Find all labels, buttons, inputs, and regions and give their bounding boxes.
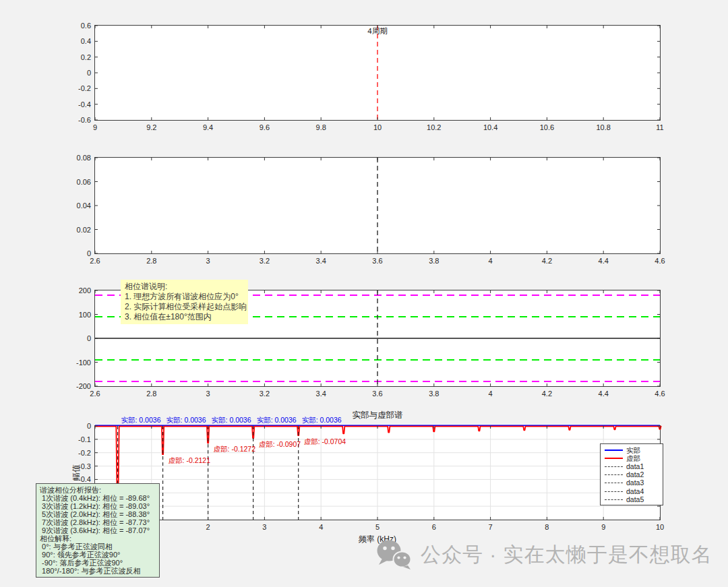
- x-tick-label: 3.2: [247, 390, 281, 398]
- report-line: 9次谐波 (3.6kHz): 相位 = -87.07°: [40, 526, 156, 534]
- legend-label: data2: [626, 471, 644, 478]
- legend-line-sample: [605, 474, 623, 475]
- report-line: 0°: 与参考正弦波同相: [40, 543, 156, 551]
- y-tick-label: -0.1: [57, 435, 91, 443]
- phase-note-line: 3. 相位值在±180°范围内: [125, 312, 244, 322]
- report-line: 90°: 领先参考正弦波90°: [40, 551, 156, 559]
- legend-line-sample: [605, 450, 623, 451]
- y-tick-label: 0.4: [57, 37, 91, 45]
- x-tick-label: 6: [417, 523, 451, 531]
- imag-part-label: 虚部: -0.2121: [169, 456, 210, 464]
- real-part-label: 实部: 0.0036: [166, 416, 206, 424]
- y-tick-label: -0.2: [57, 84, 91, 92]
- legend-label: data1: [626, 463, 644, 470]
- x-tick-label: 3.4: [304, 257, 338, 265]
- legend-item: data5: [605, 495, 663, 503]
- imag-part-label: 虚部: -0.0907: [259, 440, 301, 448]
- x-tick-label: 3.4: [304, 390, 338, 398]
- imag-part-label: 虚部: -0.0704: [304, 437, 346, 445]
- x-tick-label: 2: [191, 523, 225, 531]
- x-tick-label: 8: [530, 523, 564, 531]
- x-tick-label: 4.2: [530, 257, 564, 265]
- legend-line-sample: [605, 466, 623, 467]
- harmonic-report-box: 谐波相位分析报告: 1次谐波 (0.4kHz): 相位 = -89.68° 3次…: [36, 483, 160, 578]
- phase-note-line: 相位谱说明:: [125, 282, 244, 292]
- real-part-label: 实部: 0.0036: [121, 416, 161, 424]
- legend-item: data2: [605, 471, 663, 479]
- legend-item: data3: [605, 479, 663, 487]
- x-tick-label: 2.8: [135, 257, 169, 265]
- x-tick-label: 4.4: [586, 390, 620, 398]
- real-part-label: 实部: 0.0036: [257, 416, 297, 424]
- x-tick-label: 3: [247, 523, 281, 531]
- x-tick-label: 2.8: [135, 390, 169, 398]
- x-tick-label: 4: [474, 390, 508, 398]
- legend-label: 实部: [626, 447, 640, 454]
- report-line: 相位解释:: [40, 534, 156, 543]
- watermark-text: 公众号 · 实在太懒于是不想取名: [421, 541, 712, 569]
- phase-note-box: 相位谱说明:1. 理想方波所有谐波相位应为0°2. 实际计算相位受采样起始点影响…: [121, 280, 248, 324]
- y-tick-label: 0.06: [57, 178, 91, 186]
- wechat-icon: [376, 539, 414, 570]
- y-tick-label: 200: [57, 286, 91, 295]
- x-tick-label: 10.2: [417, 123, 451, 131]
- x-tick-label: 5: [361, 523, 394, 531]
- x-tick-label: 9: [78, 123, 112, 131]
- y-tick-label: 0.6: [57, 22, 91, 30]
- real-part-label: 实部: 0.0036: [302, 416, 342, 424]
- report-line: 3次谐波 (1.2kHz): 相位 = -89.03°: [40, 502, 156, 510]
- x-tick-label: 4.4: [586, 257, 620, 265]
- x-tick-label: 10: [643, 523, 677, 531]
- legend-line-sample: [605, 491, 623, 492]
- y-tick-label: 0: [57, 334, 91, 342]
- legend-label: data4: [626, 488, 644, 495]
- x-tick-label: 11: [643, 123, 677, 131]
- x-tick-label: 9.2: [135, 123, 169, 131]
- legend-line-sample: [605, 499, 623, 500]
- x-tick-label: 3.8: [417, 257, 451, 265]
- x-tick-label: 9.6: [247, 123, 281, 131]
- y-tick-label: -0.6: [57, 116, 91, 124]
- x-tick-label: 10.6: [530, 123, 564, 131]
- report-line: 5次谐波 (2.0kHz): 相位 = -88.38°: [40, 510, 156, 518]
- report-line: 1次谐波 (0.4kHz): 相位 = -89.68°: [40, 494, 156, 502]
- x-tick-label: 4: [304, 523, 338, 531]
- y-tick-label: 0.08: [57, 154, 91, 162]
- matlab-figure: 99.29.49.69.81010.210.410.610.8110.60.40…: [0, 0, 728, 587]
- phase-note-line: 2. 实际计算相位受采样起始点影响: [125, 302, 244, 312]
- y-tick-label: 0: [57, 422, 91, 430]
- x-tick-label: 3: [191, 257, 225, 265]
- amplitude-spectrum-plot: 2.62.833.23.43.63.844.24.44.60.080.060.0…: [94, 157, 661, 254]
- x-tick-label: 9.4: [191, 123, 225, 131]
- legend-item: data4: [605, 487, 663, 495]
- legend-label: data3: [626, 479, 644, 487]
- y-tick-label: 0.04: [57, 202, 91, 210]
- x-tick-label: 3.2: [247, 257, 281, 265]
- y-tick-label: 0: [57, 249, 91, 257]
- x-tick-label: 3: [191, 390, 225, 398]
- x-tick-label: 2.6: [78, 257, 112, 265]
- y-tick-label: -100: [57, 359, 91, 367]
- x-tick-label: 2.6: [78, 390, 112, 398]
- y-tick-label: -0.2: [57, 449, 91, 457]
- legend-item: 虚部: [605, 454, 663, 462]
- x-tick-label: 4.6: [643, 390, 677, 398]
- x-tick-label: 3.8: [417, 390, 451, 398]
- real-part-label: 实部: 0.0036: [212, 416, 251, 424]
- legend-label: 虚部: [626, 455, 640, 462]
- legend-item: 实部: [605, 446, 663, 454]
- phase-note-line: 1. 理想方波所有谐波相位应为0°: [125, 292, 244, 302]
- plot-canvas: [95, 26, 660, 120]
- x-tick-label: 9.8: [304, 123, 338, 131]
- report-line: 谐波相位分析报告:: [40, 486, 156, 494]
- plot-canvas: [95, 158, 660, 253]
- y-tick-label: -0.4: [57, 100, 91, 109]
- legend: 实部虚部data1data2data3data4data5: [600, 443, 663, 505]
- report-line: 7次谐波 (2.8kHz): 相位 = -87.73°: [40, 518, 156, 526]
- x-tick-label: 4.2: [530, 390, 564, 398]
- y-tick-label: 0: [57, 69, 91, 77]
- legend-line-sample: [605, 483, 623, 483]
- x-tick-label: 10.8: [586, 123, 620, 131]
- imag-part-label: 虚部: -0.1272: [214, 445, 255, 453]
- report-line: 180°/-180°: 与参考正弦波反相: [40, 567, 156, 575]
